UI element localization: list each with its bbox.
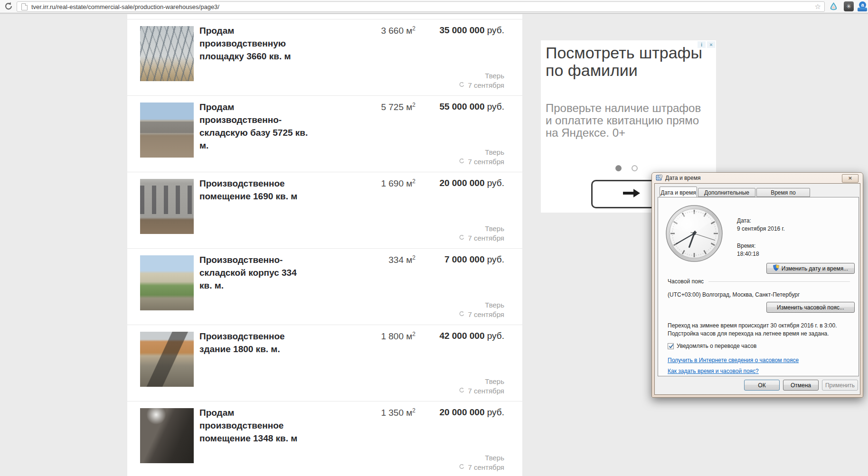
listing-meta: Тверь 7 сентября [459, 148, 504, 167]
listing-date: 7 сентября [468, 386, 504, 396]
refresh-icon [459, 157, 465, 167]
listing-area: 1 690 м2 [381, 178, 415, 189]
listing-city: Тверь [459, 148, 504, 157]
listing-meta: Тверь 7 сентября [459, 453, 504, 472]
analog-clock [665, 204, 724, 264]
extension-feather-icon[interactable] [829, 1, 839, 11]
listing-city: Тверь [459, 71, 504, 81]
uac-shield-icon [773, 264, 779, 272]
dialog-titlebar[interactable]: Дата и время ✕ [652, 173, 863, 183]
page-icon [21, 3, 28, 10]
listing-date: 7 сентября [468, 310, 504, 319]
reload-icon[interactable] [4, 1, 13, 11]
listing-price: 7 000 000 руб. [444, 254, 504, 265]
tab-date-time[interactable]: Дата и время [660, 187, 697, 197]
timezone-section-label: Часовой пояс [668, 278, 704, 285]
howto-set-time-link[interactable]: Как задать время и часовой пояс? [668, 368, 759, 374]
refresh-icon [459, 81, 465, 90]
notify-checkbox[interactable] [668, 343, 674, 349]
listing-meta: Тверь 7 сентября [459, 71, 504, 90]
listing-photo[interactable] [140, 332, 194, 387]
change-datetime-button[interactable]: Изменить дату и время... [766, 263, 855, 274]
listing-title[interactable]: Продам производственно-складскую базу 57… [199, 101, 310, 152]
dst-info: Переход на зимнее время происходит 30 ок… [668, 322, 853, 338]
extension-dark-icon[interactable]: ✳ [844, 1, 854, 11]
tab-internet-time[interactable]: Время по Интернету [756, 188, 810, 197]
timezone-info-link[interactable]: Получить в Интернете сведения о часовом … [668, 357, 799, 364]
notify-checkbox-row[interactable]: Уведомлять о переводе часов [668, 343, 756, 349]
listing-row: Продам производственно-складскую базу 57… [127, 96, 522, 172]
dialog-buttons: ОК Отмена Применить [744, 380, 858, 391]
carousel-dot-active[interactable] [615, 165, 622, 171]
listing-title[interactable]: Продам производственную площадку 3660 кв… [199, 24, 310, 63]
browser-toolbar: tver.irr.ru/real-estate/commercial-sale/… [0, 0, 868, 13]
carousel-dot[interactable] [632, 165, 638, 171]
listing-city: Тверь [459, 224, 504, 233]
listing-meta: Тверь 7 сентября [459, 300, 504, 319]
apply-button: Применить [822, 380, 858, 391]
listing-area: 1 350 м2 [381, 407, 415, 418]
screen: tver.irr.ru/real-estate/commercial-sale/… [0, 0, 868, 476]
ad-headline[interactable]: Посмотреть штрафы по фамилии [546, 44, 702, 79]
dialog-client-area: Дата и время Дополнительные часы Время п… [654, 183, 860, 395]
listing-photo[interactable] [140, 255, 194, 310]
ad-body: Проверьте наличие штрафов и оплатите кви… [546, 102, 709, 139]
tab-panel-date-time: Дата: 9 сентября 2016 г. Время: 18:40:18… [658, 197, 859, 376]
address-bar[interactable]: tver.irr.ru/real-estate/commercial-sale/… [17, 1, 825, 12]
datetime-dialog: Дата и время ✕ Дата и время Дополнительн… [651, 172, 863, 398]
refresh-icon [459, 310, 465, 319]
timezone-section: Часовой пояс [668, 278, 850, 285]
url-text[interactable]: tver.irr.ru/real-estate/commercial-sale/… [31, 3, 219, 10]
listing-city: Тверь [459, 377, 504, 386]
change-timezone-button[interactable]: Изменить часовой пояс... [766, 302, 855, 313]
listing-price: 20 000 000 руб. [439, 407, 504, 418]
arrow-right-icon [622, 188, 641, 200]
listing-rows: Продам производственную площадку 3660 кв… [127, 19, 522, 476]
time-label: Время: [737, 243, 755, 249]
extension-blue-icon[interactable]: a [858, 1, 868, 11]
listing-price: 20 000 000 руб. [439, 178, 504, 188]
listing-area: 1 800 м2 [381, 331, 415, 342]
listing-price: 42 000 000 руб. [439, 331, 504, 341]
listings-column: Продам производственную площадку 3660 кв… [127, 14, 522, 476]
listing-title[interactable]: Производственно-складской корпус 334 кв.… [199, 253, 310, 292]
listing-price: 55 000 000 руб. [439, 102, 504, 112]
listing-title[interactable]: Продам производственное помещение 1348 к… [199, 406, 310, 445]
listing-date: 7 сентября [468, 157, 504, 167]
listing-meta: Тверь 7 сентября [459, 377, 504, 396]
listing-row: Производственное помещение 1690 кв. м 1 … [127, 172, 522, 249]
time-value: 18:40:18 [737, 251, 759, 257]
bookmark-star-icon[interactable]: ☆ [815, 2, 821, 11]
listing-city: Тверь [459, 453, 504, 463]
dst-line1: Переход на зимнее время происходит 30 ок… [668, 322, 853, 330]
tab-additional-clocks[interactable]: Дополнительные часы [698, 188, 755, 197]
listing-date: 7 сентября [468, 81, 504, 90]
listing-photo[interactable] [140, 408, 194, 463]
datetime-icon [656, 174, 663, 183]
timezone-value: (UTC+03:00) Волгоград, Москва, Санкт-Пет… [668, 291, 800, 298]
refresh-icon [459, 386, 465, 396]
ok-button[interactable]: ОК [744, 380, 780, 391]
listing-title[interactable]: Производственное здание 1800 кв. м. [199, 330, 310, 355]
listing-date: 7 сентября [468, 233, 504, 243]
notify-checkbox-label: Уведомлять о переводе часов [677, 343, 756, 349]
date-value: 9 сентября 2016 г. [737, 225, 785, 232]
listing-area: 334 м2 [388, 254, 415, 265]
refresh-icon [459, 233, 465, 243]
dialog-title: Дата и время [665, 175, 700, 181]
ad-close-icon[interactable]: × [707, 41, 715, 48]
listing-photo[interactable] [140, 26, 194, 81]
listing-row: Продам производственную площадку 3660 кв… [127, 19, 522, 96]
listing-photo[interactable] [140, 179, 194, 234]
cancel-button[interactable]: Отмена [783, 380, 819, 391]
ad-carousel-dots [546, 165, 707, 171]
section-divider [708, 281, 850, 282]
listing-meta: Тверь 7 сентября [459, 224, 504, 243]
listing-photo[interactable] [140, 103, 194, 158]
listing-row: Продам производственное помещение 1348 к… [127, 401, 522, 476]
refresh-icon [459, 463, 465, 472]
listing-area: 5 725 м2 [381, 102, 415, 112]
listing-title[interactable]: Производственное помещение 1690 кв. м [199, 177, 310, 203]
listing-price: 35 000 000 руб. [439, 25, 504, 36]
dialog-close-button[interactable]: ✕ [842, 174, 859, 183]
